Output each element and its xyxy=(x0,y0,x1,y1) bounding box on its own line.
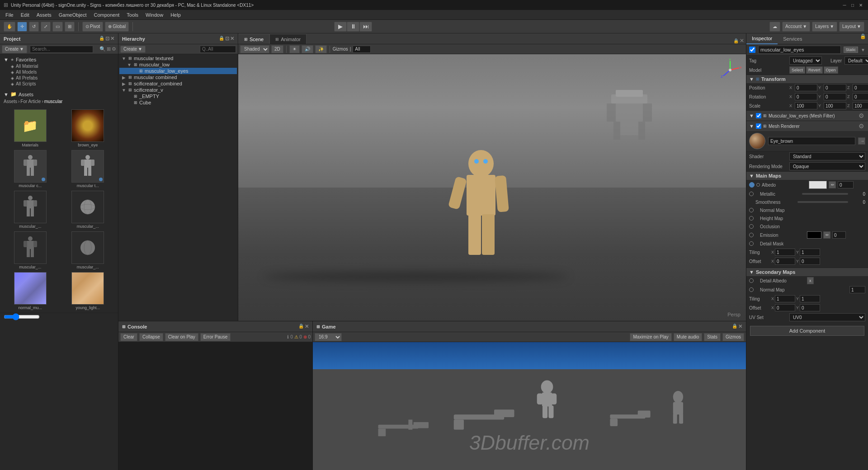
2d-btn[interactable]: 2D xyxy=(271,45,283,53)
transform-section-header[interactable]: ▼ ⊞ Transform xyxy=(746,75,868,83)
create-btn[interactable]: Create ▼ xyxy=(2,45,27,53)
close-hier-icon[interactable]: ✕ xyxy=(230,36,234,42)
cloud-btn[interactable]: ☁ xyxy=(769,22,780,32)
emission-picker-btn[interactable]: ✏ xyxy=(823,231,830,239)
albedo-color-swatch[interactable] xyxy=(809,181,827,189)
project-search-input[interactable] xyxy=(30,46,93,53)
step-btn[interactable]: ⏭ xyxy=(359,22,372,32)
menu-window[interactable]: Window xyxy=(142,11,167,19)
add-component-btn[interactable]: Add Component xyxy=(750,326,864,336)
model-select-btn[interactable]: Select xyxy=(789,66,805,74)
tab-animator[interactable]: ⊞ Animator xyxy=(269,34,307,44)
global-btn[interactable]: ⊕ Global xyxy=(105,22,129,32)
collapse-btn[interactable]: Collapse xyxy=(139,333,163,341)
hier-create-btn[interactable]: Create ▼ xyxy=(120,46,146,53)
mesh-renderer-gear[interactable]: ⚙ xyxy=(858,122,865,130)
asset-item-muscular-model1[interactable]: muscular_... xyxy=(2,190,59,230)
maximize-btn[interactable]: □ xyxy=(849,1,856,9)
fav-all-material[interactable]: ◈ All Material xyxy=(2,63,116,69)
hier-item-muscular-low-eyes[interactable]: ⊞ muscular_low_eyes xyxy=(119,68,237,74)
pivot-btn[interactable]: ⊙ Pivot xyxy=(82,22,103,32)
clear-on-play-btn[interactable]: Clear on Play xyxy=(165,333,198,341)
minimize-btn[interactable]: ─ xyxy=(841,1,848,9)
asset-item-muscular-c[interactable]: muscular c... xyxy=(2,149,59,189)
menu-help[interactable]: Help xyxy=(167,11,184,19)
account-btn[interactable]: Account ▼ xyxy=(782,22,810,32)
zoom-slider[interactable] xyxy=(4,315,40,319)
sec-offset-y-input[interactable] xyxy=(800,304,820,311)
menu-tools[interactable]: Tools xyxy=(123,11,142,19)
aspect-ratio-dropdown[interactable]: 16:9 xyxy=(315,333,342,341)
static-dropdown-icon[interactable]: ▼ xyxy=(861,47,865,52)
asset-item-brown-eye[interactable]: brown_eye xyxy=(60,108,117,148)
game-gizmos-btn[interactable]: Gizmos xyxy=(722,333,744,341)
mesh-renderer-enabled[interactable] xyxy=(756,123,761,129)
position-z[interactable] xyxy=(853,84,868,91)
scale-x[interactable] xyxy=(795,102,817,109)
gizmos-filter[interactable] xyxy=(353,46,371,53)
hier-item-muscular-combined[interactable]: ▶ ⊞ muscular combined xyxy=(119,74,237,80)
maximize-project-icon[interactable]: ⊡ xyxy=(105,36,109,42)
mesh-filter-header[interactable]: ▼ ⊞ Muscular_low_eyes (Mesh Filter) ⚙ xyxy=(746,110,868,121)
hier-item-scifi-combined[interactable]: ▶ ⊞ scificreator_combined xyxy=(119,80,237,87)
scale-y[interactable] xyxy=(824,102,846,109)
rect-tool[interactable]: ▭ xyxy=(52,22,63,32)
layout-btn[interactable]: Layout ▼ xyxy=(839,22,864,32)
tab-services[interactable]: Services xyxy=(778,33,807,44)
albedo-value[interactable] xyxy=(838,181,854,188)
sec-tiling-y-input[interactable] xyxy=(800,295,820,302)
asset-item-muscular-t[interactable]: muscular t... xyxy=(60,149,117,189)
mesh-filter-enabled[interactable] xyxy=(756,113,761,118)
mesh-renderer-header[interactable]: ▼ ⊞ Mesh Renderer ⚙ xyxy=(746,121,868,131)
menu-file[interactable]: File xyxy=(2,11,17,19)
asset-item-sphere[interactable]: muscular_... xyxy=(60,190,117,230)
maximize-on-play-btn[interactable]: Maximize on Play xyxy=(630,333,671,341)
menu-gameobject[interactable]: GameObject xyxy=(55,11,90,19)
menu-assets[interactable]: Assets xyxy=(33,11,55,19)
position-y[interactable] xyxy=(824,84,846,91)
tiling-y-input[interactable] xyxy=(800,249,820,256)
detail-albedo-x-btn[interactable]: x xyxy=(807,277,814,284)
albedo-picker-btn[interactable]: ✏ xyxy=(829,181,836,188)
scene-lights-btn[interactable]: ☀ xyxy=(289,45,300,53)
sec-tiling-x-input[interactable] xyxy=(775,295,795,302)
offset-x-input[interactable] xyxy=(775,258,795,265)
material-name-input[interactable] xyxy=(768,137,855,145)
asset-item-sphere2[interactable]: muscular_... xyxy=(60,230,117,270)
position-x[interactable] xyxy=(795,84,817,91)
model-open-btn[interactable]: Open xyxy=(824,66,838,74)
maximize-hier-icon[interactable]: ⊡ xyxy=(225,36,229,42)
asset-item-skinmap[interactable]: young_light... xyxy=(60,271,117,311)
close-project-icon[interactable]: ✕ xyxy=(110,36,114,42)
fav-all-prefabs[interactable]: ◈ All Prefabs xyxy=(2,75,116,81)
scale-z[interactable] xyxy=(853,102,868,109)
scene-close-icon[interactable]: ✕ xyxy=(740,38,744,44)
emission-color-swatch[interactable] xyxy=(807,231,821,239)
scale-tool[interactable]: ⤢ xyxy=(41,22,51,32)
favorites-header[interactable]: ▼ ★ Favorites xyxy=(2,56,116,63)
secondary-maps-header[interactable]: ▼ Secondary Maps xyxy=(746,268,868,276)
rotation-z[interactable] xyxy=(853,93,868,100)
hier-item-empty[interactable]: ⊞ _EMPTY xyxy=(119,93,237,99)
tag-dropdown[interactable]: Untagged xyxy=(789,56,822,65)
static-badge[interactable]: Static xyxy=(844,47,859,53)
hier-item-muscular-textured[interactable]: ▼ ⊞ muscular textured xyxy=(119,55,237,61)
mesh-filter-gear[interactable]: ⚙ xyxy=(858,112,865,119)
hier-item-cube[interactable]: ⊞ Cube xyxy=(119,99,237,106)
tiling-x-input[interactable] xyxy=(775,249,795,256)
close-btn[interactable]: ✕ xyxy=(857,1,864,9)
menu-edit[interactable]: Edit xyxy=(17,11,33,19)
error-pause-btn[interactable]: Error Pause xyxy=(200,333,231,341)
asset-item-normalmap[interactable]: normal_mu... xyxy=(2,271,59,311)
clear-btn[interactable]: Clear xyxy=(120,333,137,341)
metallic-slider-track[interactable] xyxy=(802,193,848,195)
object-enabled-checkbox[interactable] xyxy=(749,47,755,53)
tab-inspector[interactable]: Inspector xyxy=(746,33,778,44)
sec-offset-x-input[interactable] xyxy=(775,304,795,311)
layers-btn[interactable]: Layers ▼ xyxy=(812,22,837,32)
tab-scene[interactable]: ⊞ Scene xyxy=(238,34,269,44)
sec-normal-map-value[interactable] xyxy=(849,286,865,293)
offset-y-input[interactable] xyxy=(800,258,820,265)
hier-item-muscular-low[interactable]: ▼ ⊞ muscular_low xyxy=(119,61,237,68)
main-maps-header[interactable]: ▼ Main Maps xyxy=(746,171,868,180)
